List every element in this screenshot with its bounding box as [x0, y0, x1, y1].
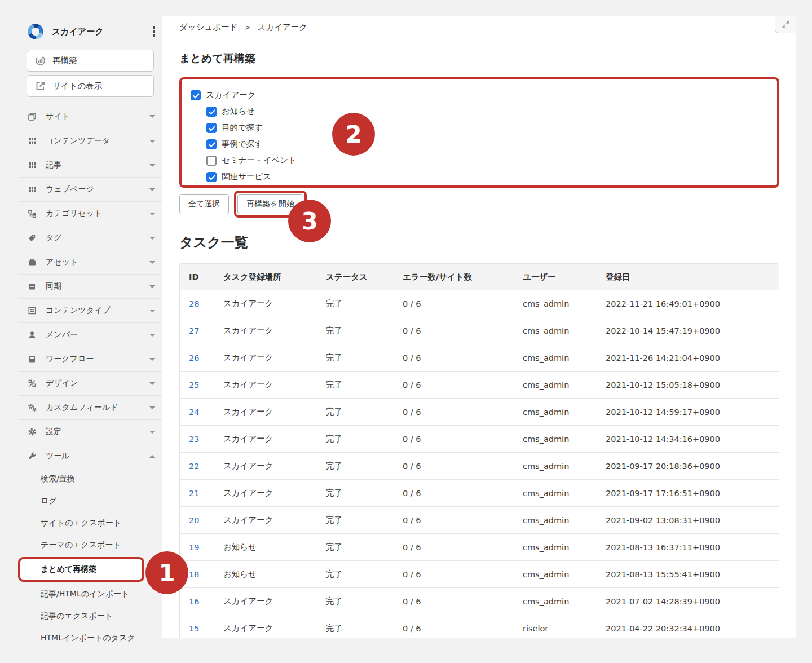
task-id-link[interactable]: 26	[180, 353, 214, 363]
task-errors: 0 / 6	[394, 353, 514, 363]
task-location: お知らせ	[214, 569, 317, 580]
sidebar-subitem-html-import-tasks[interactable]: HTMLインポートのタスク	[18, 627, 162, 643]
chevron-down-icon[interactable]	[149, 164, 155, 170]
sidebar-item-label: タグ	[46, 233, 62, 243]
sidebar-item-workflow[interactable]: ワークフロー	[18, 347, 162, 371]
chevron-up-icon[interactable]	[149, 452, 155, 458]
sidebar-subitem-batch-rebuild[interactable]: まとめて再構築	[18, 557, 144, 582]
task-id-link[interactable]: 22	[180, 462, 214, 471]
site-checkbox-row[interactable]: お知らせ	[206, 103, 766, 120]
expand-panel-button[interactable]	[775, 16, 796, 33]
select-all-button[interactable]: 全て選択	[179, 194, 229, 214]
step-1-badge: 1	[145, 551, 188, 594]
task-errors: 0 / 6	[394, 408, 514, 417]
kebab-menu-icon[interactable]	[149, 23, 158, 40]
task-id-link[interactable]: 25	[180, 381, 214, 390]
site-checkbox-row[interactable]: セミナー・イベント	[206, 152, 766, 169]
view-site-icon	[35, 81, 46, 91]
sidebar-item-asset[interactable]: アセット	[18, 250, 162, 274]
chevron-down-icon[interactable]	[149, 188, 155, 194]
sidebar-subitem-theme-export[interactable]: テーマのエクスポート	[18, 534, 162, 556]
checkbox[interactable]	[206, 156, 217, 166]
step-2-badge: 2	[332, 113, 375, 156]
site-checkbox-row[interactable]: 目的で探す	[206, 120, 766, 136]
task-location: スカイアーク	[214, 515, 317, 525]
sidebar-subitem-search-replace[interactable]: 検索/置換	[18, 468, 162, 490]
sidebar-item-article[interactable]: 記事	[18, 153, 162, 177]
sidebar-item-content-type[interactable]: コンテンツタイプ	[18, 298, 162, 322]
task-user: cms_admin	[514, 381, 597, 390]
task-user: cms_admin	[514, 516, 597, 525]
sidebar-item-webpage[interactable]: ウェブページ	[18, 177, 162, 201]
sidebar-subitem-log[interactable]: ログ	[18, 490, 162, 512]
chevron-down-icon[interactable]	[149, 115, 155, 121]
chevron-down-icon[interactable]	[149, 261, 155, 267]
task-date: 2021-11-26 14:21:04+0900	[597, 353, 779, 363]
sidebar-item-tools[interactable]: ツール	[18, 444, 162, 468]
task-id-link[interactable]: 27	[180, 326, 214, 335]
task-id-link[interactable]: 23	[180, 435, 214, 444]
view-site-button[interactable]: サイトの表示	[27, 75, 154, 97]
chevron-down-icon[interactable]	[149, 285, 155, 291]
chevron-down-icon[interactable]	[149, 382, 155, 388]
checkbox[interactable]	[206, 123, 217, 133]
task-id-link[interactable]: 21	[180, 489, 214, 498]
sidebar-item-custom-fields[interactable]: カスタムフィールド	[18, 395, 162, 419]
task-id-link[interactable]: 28	[180, 299, 214, 308]
col-errors: エラー数/サイト数	[394, 272, 514, 282]
chevron-down-icon[interactable]	[149, 406, 155, 412]
sidebar-subitem-article-html-import[interactable]: 記事/HTMLのインポート	[18, 583, 162, 605]
chevron-down-icon[interactable]	[149, 431, 155, 436]
sidebar-item-site[interactable]: サイト	[18, 104, 162, 129]
rebuild-button[interactable]: 再構築	[27, 50, 154, 72]
sidebar-item-design[interactable]: デザイン	[18, 371, 162, 395]
task-id-link[interactable]: 20	[180, 516, 214, 525]
col-date: 登録日	[597, 272, 779, 282]
task-date: 2022-11-21 16:49:01+0900	[597, 299, 779, 308]
sidebar-item-category-set[interactable]: カテゴリセット	[18, 201, 162, 226]
breadcrumb: ダッシュボード > スカイアーク	[162, 16, 796, 39]
task-id-link[interactable]: 16	[180, 597, 214, 606]
chevron-down-icon[interactable]	[149, 237, 155, 242]
sidebar-item-settings[interactable]: 設定	[18, 419, 162, 444]
chevron-down-icon[interactable]	[149, 310, 155, 315]
sidebar-item-tag[interactable]: タグ	[18, 226, 162, 250]
sidebar-item-label: ワークフロー	[46, 354, 94, 364]
sidebar-item-label: 記事	[46, 160, 61, 170]
site-checkbox-row[interactable]: スカイアーク	[191, 87, 766, 103]
chevron-down-icon[interactable]	[149, 358, 155, 364]
table-row: 28 スカイアーク 完了 0 / 6 cms_admin 2022-11-21 …	[180, 290, 779, 317]
task-id-link[interactable]: 24	[180, 408, 214, 417]
task-table-body: 28 スカイアーク 完了 0 / 6 cms_admin 2022-11-21 …	[180, 290, 779, 638]
checkbox[interactable]	[206, 139, 217, 149]
table-row: 15 スカイアーク 完了 0 / 6 riselor 2021-04-22 20…	[180, 615, 779, 638]
task-location: スカイアーク	[214, 352, 317, 363]
checkbox[interactable]	[206, 172, 217, 182]
task-id-link[interactable]: 19	[180, 543, 214, 552]
rebuild-icon	[35, 55, 46, 66]
chevron-down-icon[interactable]	[149, 140, 155, 145]
sidebar-item-member[interactable]: メンバー	[18, 322, 162, 347]
site-icon	[27, 112, 37, 121]
breadcrumb-current: スカイアーク	[257, 22, 307, 33]
chevron-down-icon[interactable]	[149, 213, 155, 218]
task-id-link[interactable]: 15	[180, 624, 214, 633]
sidebar-subitem-article-export[interactable]: 記事のエクスポート	[18, 605, 162, 627]
sidebar-item-content-data[interactable]: コンテンツデータ	[18, 129, 162, 153]
task-errors: 0 / 6	[394, 489, 514, 498]
site-checkbox-row[interactable]: 関連サービス	[206, 169, 766, 185]
breadcrumb-dashboard[interactable]: ダッシュボード	[179, 22, 238, 33]
view-site-button-label: サイトの表示	[52, 81, 102, 91]
checkbox[interactable]	[191, 90, 201, 100]
content-type-icon	[27, 306, 37, 315]
chevron-down-icon[interactable]	[149, 334, 155, 339]
sidebar-item-label: デザイン	[46, 378, 78, 388]
task-date: 2021-09-17 20:18:36+0900	[597, 462, 779, 471]
task-status: 完了	[317, 596, 394, 607]
sync-icon	[27, 282, 37, 291]
sidebar-item-sync[interactable]: 同期	[18, 274, 162, 298]
checkbox[interactable]	[206, 107, 217, 117]
sidebar-item-label: コンテンツタイプ	[46, 306, 111, 316]
sidebar-subitem-site-export[interactable]: サイトのエクスポート	[18, 512, 162, 534]
site-checkbox-row[interactable]: 事例で探す	[206, 136, 766, 152]
